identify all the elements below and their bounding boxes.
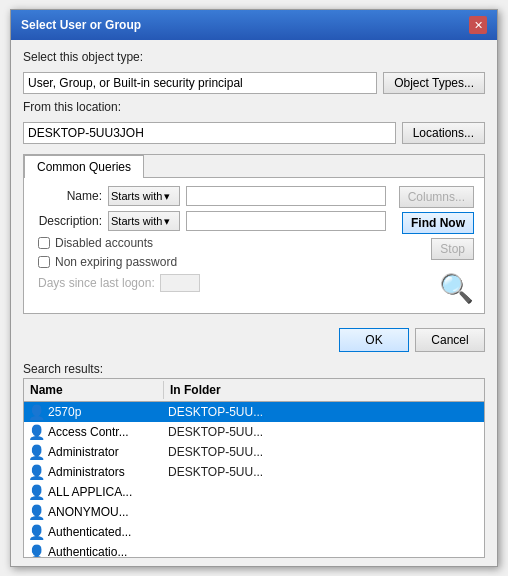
name-column-header: Name xyxy=(24,381,164,399)
result-folder: DESKTOP-5UU... xyxy=(164,404,484,420)
table-row[interactable]: 👤Authenticated... xyxy=(24,522,484,542)
stop-button[interactable]: Stop xyxy=(431,238,474,260)
non-expiring-checkbox[interactable] xyxy=(38,256,50,268)
results-table-header: Name In Folder xyxy=(24,379,484,402)
result-name-cell: 👤Access Contr... xyxy=(24,423,164,441)
result-name: ALL APPLICA... xyxy=(48,485,132,499)
name-query-row: Name: Starts with ▾ xyxy=(34,186,386,206)
find-now-button[interactable]: Find Now xyxy=(402,212,474,234)
table-row[interactable]: 👤AdministratorDESKTOP-5UU... xyxy=(24,442,484,462)
search-results-label: Search results: xyxy=(11,358,497,378)
tab-left-panel: Name: Starts with ▾ Description: Starts … xyxy=(34,186,386,305)
table-row[interactable]: 👤AdministratorsDESKTOP-5UU... xyxy=(24,462,484,482)
result-folder: DESKTOP-5UU... xyxy=(164,464,484,480)
location-label: From this location: xyxy=(23,100,485,114)
result-folder: DESKTOP-5UU... xyxy=(164,424,484,440)
user-icon: 👤 xyxy=(28,464,45,480)
result-name: 2570p xyxy=(48,405,81,419)
search-results-table: Name In Folder 👤2570pDESKTOP-5UU...👤Acce… xyxy=(23,378,485,558)
name-query-input[interactable] xyxy=(186,186,386,206)
table-row[interactable]: 👤ANONYMOU... xyxy=(24,502,484,522)
result-folder xyxy=(164,551,484,553)
result-name-cell: 👤Authenticatio... xyxy=(24,543,164,557)
tab-header: Common Queries xyxy=(24,155,484,178)
result-name-cell: 👤ANONYMOU... xyxy=(24,503,164,521)
table-row[interactable]: 👤ALL APPLICA... xyxy=(24,482,484,502)
dialog-bottom-buttons: OK Cancel xyxy=(11,322,497,358)
location-input[interactable] xyxy=(23,122,396,144)
non-expiring-row: Non expiring password xyxy=(34,255,386,269)
result-name: ANONYMOU... xyxy=(48,505,129,519)
disabled-accounts-checkbox[interactable] xyxy=(38,237,50,249)
object-type-label: Select this object type: xyxy=(23,50,485,64)
object-type-row: Object Types... xyxy=(23,72,485,94)
table-row[interactable]: 👤Access Contr...DESKTOP-5UU... xyxy=(24,422,484,442)
result-folder xyxy=(164,531,484,533)
result-name: Authenticatio... xyxy=(48,545,127,557)
user-icon: 👤 xyxy=(28,484,45,500)
user-icon: 👤 xyxy=(28,544,45,557)
result-name-cell: 👤Authenticated... xyxy=(24,523,164,541)
days-row: Days since last logon: xyxy=(34,274,386,292)
tab-common-queries[interactable]: Common Queries xyxy=(24,155,144,178)
days-label: Days since last logon: xyxy=(38,276,155,290)
tab-content: Name: Starts with ▾ Description: Starts … xyxy=(24,178,484,313)
result-name: Administrators xyxy=(48,465,125,479)
disabled-accounts-row: Disabled accounts xyxy=(34,236,386,250)
locations-button[interactable]: Locations... xyxy=(402,122,485,144)
table-row[interactable]: 👤Authenticatio... xyxy=(24,542,484,557)
non-expiring-label: Non expiring password xyxy=(55,255,177,269)
tab-right-panel: Columns... Find Now Stop 🔍 xyxy=(394,186,474,305)
search-magnifier-icon: 🔍 xyxy=(439,272,474,305)
desc-query-row: Description: Starts with ▾ xyxy=(34,211,386,231)
table-row[interactable]: 👤2570pDESKTOP-5UU... xyxy=(24,402,484,422)
folder-column-header: In Folder xyxy=(164,381,484,399)
user-icon: 👤 xyxy=(28,404,45,420)
disabled-accounts-label: Disabled accounts xyxy=(55,236,153,250)
result-folder xyxy=(164,491,484,493)
name-query-label: Name: xyxy=(34,189,102,203)
days-input[interactable] xyxy=(160,274,200,292)
result-folder: DESKTOP-5UU... xyxy=(164,444,484,460)
result-folder xyxy=(164,511,484,513)
title-bar: Select User or Group ✕ xyxy=(11,10,497,40)
results-table-body: 👤2570pDESKTOP-5UU...👤Access Contr...DESK… xyxy=(24,402,484,557)
location-row: Locations... xyxy=(23,122,485,144)
result-name: Authenticated... xyxy=(48,525,131,539)
result-name-cell: 👤Administrator xyxy=(24,443,164,461)
user-icon: 👤 xyxy=(28,424,45,440)
name-starts-with-dropdown[interactable]: Starts with ▾ xyxy=(108,186,180,206)
dialog-title: Select User or Group xyxy=(21,18,141,32)
select-user-group-dialog: Select User or Group ✕ Select this objec… xyxy=(10,9,498,567)
result-name: Administrator xyxy=(48,445,119,459)
desc-query-input[interactable] xyxy=(186,211,386,231)
columns-button[interactable]: Columns... xyxy=(399,186,474,208)
user-icon: 👤 xyxy=(28,504,45,520)
dialog-body: Select this object type: Object Types...… xyxy=(11,40,497,322)
user-icon: 👤 xyxy=(28,444,45,460)
desc-starts-with-dropdown[interactable]: Starts with ▾ xyxy=(108,211,180,231)
result-name-cell: 👤Administrators xyxy=(24,463,164,481)
ok-button[interactable]: OK xyxy=(339,328,409,352)
cancel-button[interactable]: Cancel xyxy=(415,328,485,352)
result-name-cell: 👤ALL APPLICA... xyxy=(24,483,164,501)
object-types-button[interactable]: Object Types... xyxy=(383,72,485,94)
object-type-input[interactable] xyxy=(23,72,377,94)
close-button[interactable]: ✕ xyxy=(469,16,487,34)
result-name: Access Contr... xyxy=(48,425,129,439)
user-icon: 👤 xyxy=(28,524,45,540)
desc-query-label: Description: xyxy=(34,214,102,228)
tab-panel: Common Queries Name: Starts with ▾ xyxy=(23,154,485,314)
result-name-cell: 👤2570p xyxy=(24,403,164,421)
